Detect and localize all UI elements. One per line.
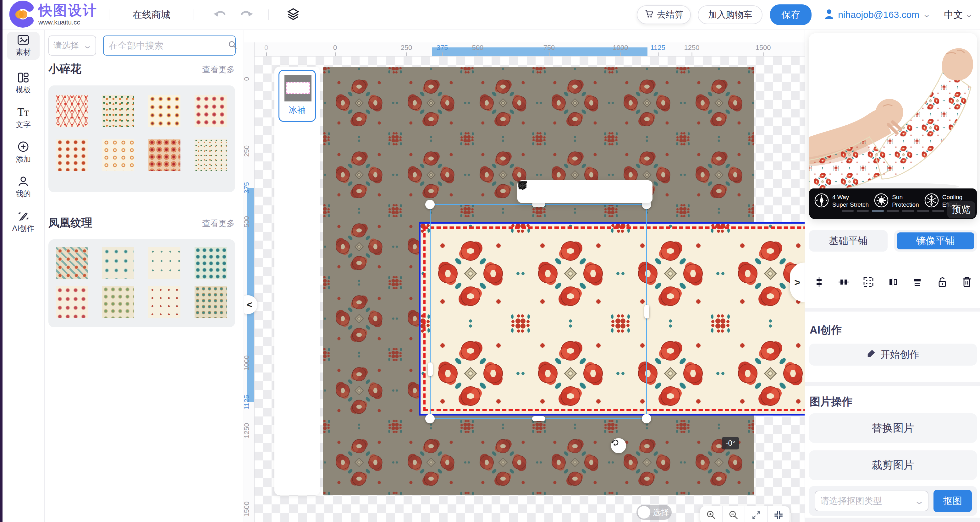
pattern-thumbnail[interactable]	[102, 247, 134, 279]
undo-icon[interactable]	[213, 9, 226, 21]
redo-icon[interactable]	[240, 9, 253, 21]
chevron-down-icon[interactable]: ⌄	[923, 11, 931, 19]
start-ai-create-button[interactable]: 开始创作	[809, 344, 977, 366]
sidebar-item-templates[interactable]: 模板	[7, 70, 40, 97]
resize-handle-bottom-left[interactable]	[425, 414, 435, 424]
page-card-ice-sleeve[interactable]: 冰袖	[278, 70, 316, 122]
user-email[interactable]: nihaojob@163.com	[838, 10, 920, 20]
matting-type-select[interactable]: 请选择抠图类型 ⌄	[815, 490, 929, 511]
pattern-thumbnail[interactable]	[194, 139, 227, 171]
pattern-thumbnail[interactable]	[56, 95, 88, 127]
sidebar-item-materials[interactable]: 素材	[7, 32, 40, 60]
crop-image-button[interactable]: 裁剪图片	[809, 451, 977, 480]
pattern-thumbnail[interactable]	[148, 286, 180, 318]
resize-handle-right-middle[interactable]	[644, 305, 649, 319]
pattern-thumbnail[interactable]	[56, 286, 88, 318]
design-canvas[interactable]: -0°	[323, 67, 754, 495]
pattern-thumbnail[interactable]	[148, 247, 180, 279]
ruler-tick: 1000	[613, 44, 628, 52]
selection-toolbar	[517, 180, 652, 203]
send-backward-icon[interactable]	[560, 185, 573, 198]
ruler-tick: 500	[472, 44, 484, 52]
pattern-thumbnail[interactable]	[148, 139, 180, 171]
sidebar-item-label: AI创作	[12, 223, 35, 233]
pattern-thumbnail[interactable]	[102, 139, 134, 171]
sidebar-item-mine[interactable]: 我的	[7, 173, 40, 201]
snowflake-icon	[924, 193, 939, 209]
pattern-thumbnail[interactable]	[194, 286, 227, 318]
select-mode-toggle[interactable]: 选择	[636, 505, 672, 520]
align-horizontal-center-icon[interactable]	[835, 274, 852, 290]
resize-handle-left-middle[interactable]	[428, 362, 433, 376]
fit-height-icon[interactable]	[615, 185, 628, 198]
ruler-tick: 0	[333, 44, 337, 52]
pattern-thumbnail[interactable]	[56, 247, 88, 279]
ruler-tick: 375	[437, 44, 448, 52]
resize-handle-bottom-center[interactable]	[532, 416, 545, 421]
zoom-in-icon[interactable]	[700, 506, 723, 522]
sidebar-item-label: 模板	[16, 85, 31, 95]
add-to-cart-button[interactable]: 加入购物车	[698, 5, 762, 24]
flip-vertical-icon[interactable]	[909, 274, 926, 290]
nav-online-mall[interactable]: 在线商城	[133, 8, 170, 21]
pattern-thumbnail[interactable]	[194, 247, 227, 279]
resize-handle-top-left[interactable]	[425, 200, 435, 209]
chevron-down-icon[interactable]: ⌄	[965, 11, 973, 19]
rotate-icon	[611, 438, 620, 447]
search-input[interactable]	[108, 40, 228, 51]
pattern-group	[48, 239, 235, 327]
replace-image-button[interactable]: 替换图片	[809, 413, 977, 443]
fit-canvas-icon[interactable]	[768, 506, 790, 522]
pattern-thumbnail[interactable]	[56, 139, 88, 171]
delete-icon[interactable]	[541, 185, 555, 198]
section-divider	[805, 382, 980, 386]
resize-handle-bottom-right[interactable]	[642, 414, 651, 424]
see-more-link[interactable]: 查看更多	[202, 218, 235, 229]
search-icon[interactable]	[228, 40, 237, 51]
fit-width-icon[interactable]	[597, 185, 610, 198]
product-preview-card[interactable]: 4 WaySuper Stretch SunProtection	[809, 33, 977, 219]
basic-tile-button[interactable]: 基础平铺	[809, 230, 888, 252]
language-selector[interactable]: 中文	[944, 8, 963, 21]
checkout-button[interactable]: 去结算	[637, 5, 691, 24]
sidebar-item-ai-create[interactable]: AI创作	[7, 208, 40, 236]
sidebar-item-add[interactable]: 添加	[7, 139, 40, 167]
see-more-link[interactable]: 查看更多	[202, 64, 235, 75]
delete-icon[interactable]	[959, 274, 975, 290]
ruler-tick: 500	[243, 216, 251, 228]
matting-button[interactable]: 抠图	[934, 490, 972, 512]
assets-panel: 请选择 ⌄ 小碎花 查看更多	[44, 30, 244, 522]
sidebar: 素材 模板 Tт 文字 添加	[3, 30, 45, 522]
search-box[interactable]	[103, 35, 236, 56]
brand-logo-icon	[9, 3, 34, 27]
sidebar-item-text[interactable]: Tт 文字	[7, 104, 40, 132]
pattern-thumbnail[interactable]	[148, 95, 180, 127]
topbar-divider	[194, 10, 194, 20]
save-button[interactable]: 保存	[770, 5, 811, 25]
ruler-tick: 0	[243, 77, 251, 81]
layers-icon[interactable]	[286, 8, 300, 22]
more-options-icon[interactable]	[633, 185, 647, 198]
lock-icon[interactable]	[934, 274, 950, 290]
ruler-tick: 250	[401, 44, 412, 52]
category-select[interactable]: 请选择 ⌄	[48, 35, 96, 56]
section-title-phoenix-texture: 凤凰纹理	[48, 216, 92, 230]
properties-panel: 4 WaySuper Stretch SunProtection	[805, 30, 980, 522]
ruler-tick: 1125	[243, 395, 251, 409]
ruler-tick: 1500	[243, 501, 251, 517]
rotate-handle[interactable]	[611, 438, 626, 453]
select-area-icon[interactable]	[860, 274, 877, 290]
pattern-thumbnail[interactable]	[194, 95, 227, 127]
flip-horizontal-icon[interactable]	[885, 274, 901, 290]
ruler-tick: 1250	[243, 423, 251, 438]
brand[interactable]: 快图设计 www.kuaitu.cc	[9, 3, 97, 27]
fullscreen-icon[interactable]	[745, 506, 768, 522]
brand-site: www.kuaitu.cc	[38, 19, 97, 26]
pattern-thumbnail[interactable]	[102, 286, 134, 318]
zoom-out-icon[interactable]	[723, 506, 746, 522]
selected-pattern-image[interactable]	[419, 222, 805, 416]
mirror-tile-button[interactable]: 镜像平铺	[894, 230, 977, 252]
pattern-thumbnail[interactable]	[102, 95, 134, 127]
align-vertical-center-icon[interactable]	[811, 274, 827, 290]
bring-forward-icon[interactable]	[578, 185, 592, 198]
